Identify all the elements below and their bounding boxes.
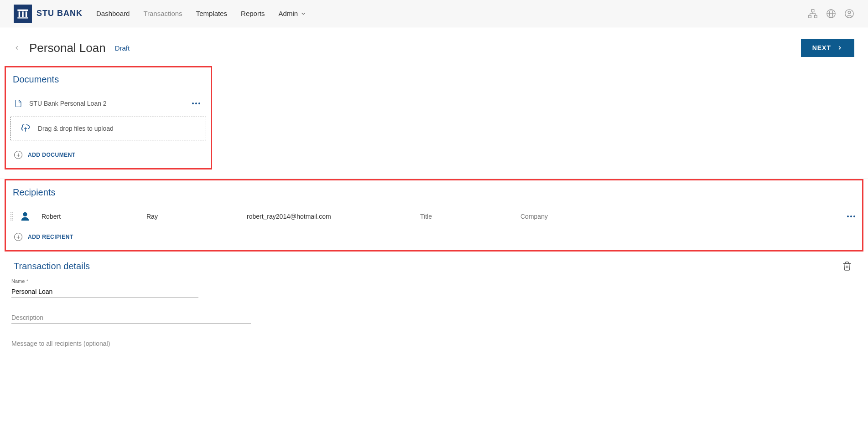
recipients-title: Recipients	[10, 187, 858, 198]
globe-icon[interactable]	[826, 9, 836, 19]
header-left: STU BANK Dashboard Transactions Template…	[14, 5, 307, 23]
description-input[interactable]	[11, 312, 251, 324]
trash-icon[interactable]	[842, 261, 852, 272]
document-name: STU Bank Personal Loan 2	[29, 100, 107, 107]
logo-icon	[14, 5, 32, 23]
status-badge: Draft	[115, 44, 130, 52]
name-input[interactable]	[11, 286, 198, 298]
recipient-first-name-input[interactable]	[42, 213, 142, 220]
svg-rect-2	[22, 11, 24, 17]
recipient-title-input[interactable]	[420, 213, 516, 220]
recipient-more-menu[interactable]	[845, 213, 858, 220]
svg-rect-6	[809, 15, 811, 17]
chevron-down-icon	[300, 10, 307, 17]
documents-section: Documents STU Bank Personal Loan 2 Drag …	[5, 66, 212, 169]
drag-handle-icon[interactable]	[10, 212, 13, 221]
main-nav: Dashboard Transactions Templates Reports…	[96, 10, 307, 17]
nav-admin[interactable]: Admin	[279, 10, 307, 17]
details-title: Transaction details	[11, 261, 90, 272]
message-field-group	[11, 338, 251, 349]
plus-circle-icon: +	[14, 233, 22, 241]
user-profile-icon[interactable]	[844, 9, 854, 19]
chevron-right-icon	[837, 45, 843, 51]
add-document-label: ADD DOCUMENT	[28, 152, 76, 158]
nav-templates[interactable]: Templates	[196, 10, 227, 17]
recipients-section: Recipients + ADD RECIPIENT	[5, 179, 863, 251]
next-button-label: NEXT	[812, 44, 831, 51]
svg-rect-0	[17, 9, 28, 11]
recipient-last-name-input[interactable]	[146, 213, 242, 220]
svg-rect-5	[811, 9, 814, 12]
brand-logo[interactable]: STU BANK	[14, 5, 83, 23]
page-title: Personal Loan	[29, 41, 106, 55]
cloud-upload-icon	[20, 124, 31, 133]
add-recipient-label: ADD RECIPIENT	[28, 234, 73, 240]
page-header: Personal Loan Draft NEXT	[0, 27, 868, 66]
name-label: Name *	[11, 278, 198, 284]
recipient-row	[10, 207, 858, 226]
documents-title: Documents	[10, 74, 206, 85]
nav-reports[interactable]: Reports	[241, 10, 265, 17]
description-field-group	[11, 312, 251, 324]
dropzone-text: Drag & drop files to upload	[38, 125, 114, 132]
document-item[interactable]: STU Bank Personal Loan 2	[10, 94, 206, 113]
nav-dashboard[interactable]: Dashboard	[96, 10, 130, 17]
person-icon	[20, 211, 30, 221]
nav-transactions[interactable]: Transactions	[143, 10, 182, 17]
recipient-email-input[interactable]	[247, 213, 416, 220]
document-item-left: STU Bank Personal Loan 2	[14, 98, 107, 108]
document-more-menu[interactable]	[190, 100, 203, 107]
name-field-group: Name *	[11, 278, 198, 298]
app-header: STU BANK Dashboard Transactions Template…	[0, 0, 868, 27]
back-chevron-icon[interactable]	[14, 43, 20, 52]
add-recipient-button[interactable]: + ADD RECIPIENT	[10, 226, 858, 243]
add-document-button[interactable]: + ADD DOCUMENT	[10, 144, 206, 161]
page-title-group: Personal Loan Draft	[14, 41, 130, 55]
svg-rect-3	[26, 11, 27, 17]
svg-rect-4	[17, 17, 28, 18]
details-header: Transaction details	[0, 251, 868, 274]
header-right	[808, 9, 854, 19]
svg-point-16	[848, 11, 851, 14]
svg-point-18	[23, 212, 27, 216]
message-input[interactable]	[11, 338, 251, 349]
brand-name: STU BANK	[36, 9, 83, 18]
svg-rect-7	[815, 15, 817, 17]
next-button[interactable]: NEXT	[801, 39, 854, 57]
svg-rect-1	[19, 11, 21, 17]
nav-admin-label: Admin	[279, 10, 298, 17]
upload-dropzone[interactable]: Drag & drop files to upload	[10, 117, 206, 140]
org-chart-icon[interactable]	[808, 9, 818, 19]
plus-circle-icon: +	[14, 151, 22, 159]
file-icon	[14, 98, 22, 108]
recipient-company-input[interactable]	[520, 213, 689, 220]
